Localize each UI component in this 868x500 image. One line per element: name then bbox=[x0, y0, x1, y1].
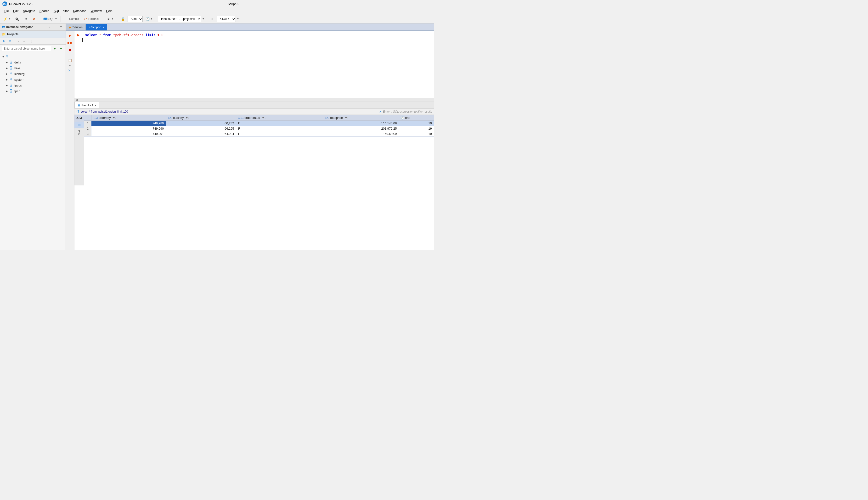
connection-dropdown[interactable]: trino2022081 … .projecthil bbox=[158, 16, 201, 22]
th-orderkey-filter[interactable]: ▼↕ bbox=[113, 116, 116, 119]
minimize-panel-button[interactable]: ─ bbox=[53, 24, 58, 30]
tab-results-1[interactable]: ⊞ Results 1 × bbox=[74, 102, 99, 108]
menu-edit[interactable]: Edit bbox=[11, 8, 20, 13]
new-connection-button[interactable]: ⊕ bbox=[8, 38, 13, 44]
th-totalprice[interactable]: 123 totalprice ▼↕ bbox=[323, 115, 399, 121]
terminal-icon: >_ bbox=[68, 69, 72, 72]
editor-tabs: ▶ *<trino> > Script-6 × bbox=[66, 23, 434, 31]
projects-tab[interactable]: 📁 Projects bbox=[0, 31, 66, 38]
results-panel: ⊞ Results 1 × ⟨T select * from tpch.sf1.… bbox=[74, 102, 434, 185]
format-icon: ≡ bbox=[106, 17, 110, 21]
th-custkey-filter[interactable]: ▼↕ bbox=[186, 116, 189, 119]
stop-button[interactable]: ■ bbox=[67, 46, 73, 53]
menu-file[interactable]: File bbox=[2, 8, 11, 13]
rollback-icon: ↩ bbox=[83, 17, 87, 21]
iceberg-expand-icon[interactable]: ▶ bbox=[6, 72, 8, 76]
hive-expand-icon[interactable]: ▶ bbox=[6, 67, 8, 70]
sql-query: select * from tpch.sf1.orders limit 100 bbox=[85, 33, 164, 38]
commit-icon: ↓□ bbox=[64, 17, 69, 21]
tab-script6[interactable]: > Script-6 × bbox=[86, 24, 107, 31]
th-orderstatus-filter[interactable]: ▼↕ bbox=[262, 116, 266, 119]
root-expand[interactable]: ▼ bbox=[2, 55, 4, 58]
clock-icon: 🕐 bbox=[145, 17, 150, 21]
menu-sql-editor[interactable]: SQL Editor bbox=[52, 8, 71, 13]
tree-item-tpcds[interactable]: ▶ 🗄 tpcds bbox=[0, 82, 66, 88]
delta-expand-icon[interactable]: ▶ bbox=[6, 61, 8, 64]
system-expand-icon[interactable]: ▶ bbox=[6, 78, 8, 81]
run-script-button[interactable]: ▶▶ bbox=[67, 39, 73, 46]
explain-button[interactable]: 📋 bbox=[67, 57, 73, 64]
rollback-button[interactable]: ↩ Rollback bbox=[82, 15, 101, 22]
lock-button[interactable]: 🔒 bbox=[119, 15, 127, 22]
window-title: Script-6 bbox=[34, 2, 432, 6]
row-2-totalprice: 201,979.25 bbox=[323, 126, 399, 131]
refresh-navigator-button[interactable]: ↻ bbox=[1, 38, 7, 44]
separator-5 bbox=[156, 16, 156, 22]
menu-help[interactable]: Help bbox=[104, 8, 115, 13]
clock-button[interactable]: 🕐 ▼ bbox=[144, 15, 154, 22]
tree-item-delta[interactable]: ▶ 🗄 delta bbox=[0, 59, 66, 65]
commit-button[interactable]: ↓□ Commit bbox=[62, 15, 81, 22]
run-button[interactable]: ▶ bbox=[67, 32, 73, 39]
panel-close-button[interactable]: × bbox=[49, 26, 50, 29]
th-ord[interactable]: 🕐 ord bbox=[399, 115, 434, 121]
reconnect-icon: ↻ bbox=[23, 17, 28, 21]
tab-script6-close[interactable]: × bbox=[103, 26, 104, 29]
th-orderkey[interactable]: 123 orderkey ▼↕ bbox=[92, 115, 166, 121]
th-custkey-label: custkey bbox=[173, 116, 184, 120]
tab-trino[interactable]: ▶ *<trino> bbox=[66, 24, 86, 31]
scroll-left-arrow[interactable]: ◀ bbox=[75, 98, 78, 102]
menu-window[interactable]: Window bbox=[89, 8, 104, 13]
maximize-panel-button[interactable]: □ bbox=[58, 24, 64, 30]
table-row[interactable]: 3 749,991 64,924 F 160,686.9 19 bbox=[84, 131, 434, 137]
auto-dropdown[interactable]: Auto bbox=[128, 16, 143, 22]
tree-item-iceberg[interactable]: ▶ 🗄 iceberg bbox=[0, 71, 66, 77]
th-totalprice-filter[interactable]: ▼↕ bbox=[345, 116, 349, 119]
separator-3 bbox=[103, 16, 103, 22]
side-dots-2: ••• bbox=[69, 64, 71, 67]
tpcds-expand-icon[interactable]: ▶ bbox=[6, 84, 8, 87]
tree-item-system[interactable]: ▶ 🗄 system bbox=[0, 77, 66, 82]
menu-database[interactable]: Database bbox=[71, 8, 88, 13]
sync-button[interactable]: ⋮⋮ bbox=[28, 38, 33, 44]
sql-editor-button[interactable]: ⌨ SQL ▼ bbox=[42, 15, 59, 22]
results-tab-close[interactable]: × bbox=[95, 104, 96, 107]
collapse-indicator: − bbox=[82, 33, 83, 38]
search-input[interactable] bbox=[2, 46, 51, 51]
disconnect-button[interactable]: 🔌 bbox=[13, 15, 21, 22]
system-label: system bbox=[14, 78, 24, 81]
sync-icon: ⋮⋮ bbox=[27, 39, 33, 43]
refresh-navigator-icon: ↻ bbox=[3, 39, 5, 43]
code-editor[interactable]: ▶ − select * from tpch.sf1.orders limit … bbox=[74, 31, 434, 98]
link-editor-button[interactable]: ↔ bbox=[22, 38, 27, 44]
iceberg-db-icon: 🗄 bbox=[9, 72, 13, 76]
menu-navigate[interactable]: Navigate bbox=[21, 8, 37, 13]
grid-button[interactable]: ⊞ bbox=[208, 15, 216, 22]
tree-item-tpch[interactable]: ▶ 🗄 tpch bbox=[0, 88, 66, 94]
keyword-limit: limit bbox=[145, 33, 155, 37]
connect-button[interactable]: ⚡ ▼ bbox=[1, 15, 12, 22]
table-row[interactable]: 2 749,990 96,295 F 201,979.25 19 bbox=[84, 126, 434, 131]
menu-search[interactable]: Search bbox=[38, 8, 51, 13]
filter-settings-button[interactable]: ▼ bbox=[58, 46, 64, 51]
reconnect-button[interactable]: ↻ bbox=[22, 15, 30, 22]
th-ord-label: ord bbox=[405, 116, 410, 120]
format-dropdown-arrow: ▼ bbox=[111, 18, 114, 20]
filter-dropdown-button[interactable]: ▼ bbox=[52, 46, 57, 51]
tree-item-hive[interactable]: ▶ 🗄 hive bbox=[0, 65, 66, 71]
row-2-orderkey: 749,990 bbox=[92, 126, 166, 131]
tpch-expand-icon[interactable]: ▶ bbox=[6, 90, 8, 93]
na-dropdown[interactable]: < N/A > bbox=[216, 16, 236, 22]
row-1-custkey: 60,232 bbox=[166, 121, 236, 126]
th-orderstatus-label: orderstatus bbox=[244, 116, 260, 120]
disconnect-all-button[interactable]: ✕ bbox=[31, 15, 38, 22]
format-button[interactable]: ≡ ▼ bbox=[105, 15, 115, 22]
table-name: tpch.sf1.orders bbox=[113, 33, 145, 37]
table-row[interactable]: 1 749,989 60,232 F 114,143.08 19 bbox=[84, 121, 434, 126]
sql-icon: ⌨ bbox=[43, 17, 48, 21]
collapse-all-button[interactable]: − bbox=[16, 38, 21, 44]
terminal-button[interactable]: >_ bbox=[67, 67, 73, 74]
th-custkey[interactable]: 123 custkey ▼↕ bbox=[166, 115, 236, 121]
scroll-area[interactable]: ◀ bbox=[74, 98, 434, 102]
th-orderstatus[interactable]: ABC orderstatus ▼↕ bbox=[236, 115, 323, 121]
